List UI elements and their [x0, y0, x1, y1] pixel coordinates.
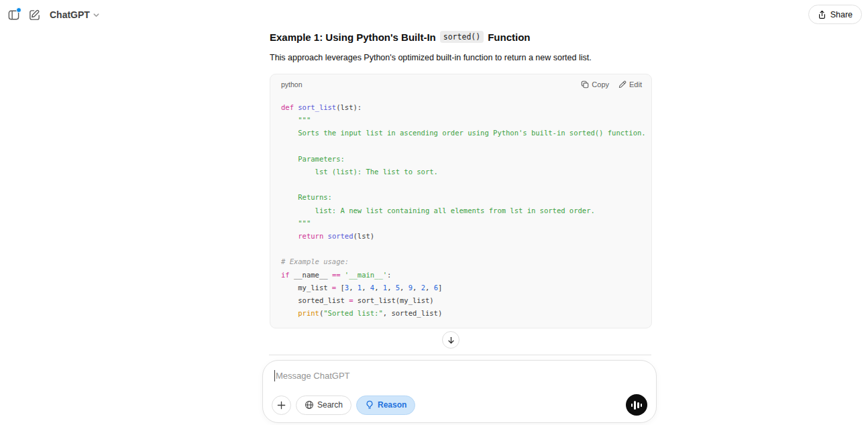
- code-line: [281, 140, 641, 153]
- globe-icon: [305, 400, 314, 410]
- copy-code-button[interactable]: Copy: [581, 80, 609, 88]
- chevron-down-icon: [93, 11, 100, 19]
- message-composer[interactable]: Message ChatGPT Search: [262, 360, 657, 423]
- inline-code-sorted: sorted(): [440, 31, 484, 43]
- top-bar: ChatGPT Share: [0, 0, 868, 29]
- code-line: my_list = [3, 1, 4, 1, 5, 9, 2, 6]: [281, 282, 641, 294]
- chatgpt-app: ChatGPT Share Example 1: Using Python's …: [0, 0, 868, 425]
- sidebar-toggle-button[interactable]: [3, 5, 23, 25]
- search-toggle-button[interactable]: Search: [296, 396, 351, 415]
- share-upload-icon: [818, 10, 826, 19]
- description-paragraph: This approach leverages Python's optimiz…: [270, 53, 652, 62]
- attach-button[interactable]: [272, 396, 291, 415]
- edit-label: Edit: [629, 80, 642, 88]
- copy-icon: [581, 80, 589, 88]
- code-line: Sorts the input list in ascending order …: [281, 127, 641, 139]
- example-heading: Example 1: Using Python's Built-In sorte…: [270, 31, 652, 43]
- code-line: """: [281, 114, 641, 127]
- code-line: [281, 243, 641, 255]
- notification-dot: [16, 7, 21, 13]
- assistant-message: Example 1: Using Python's Built-In sorte…: [270, 31, 652, 62]
- code-line: [281, 178, 641, 191]
- waveform-icon: [631, 404, 633, 407]
- code-line: Parameters:: [281, 153, 641, 166]
- code-line: Returns:: [281, 191, 641, 204]
- edit-code-button[interactable]: Edit: [618, 80, 642, 88]
- text-caret: [274, 370, 275, 381]
- heading-text-post: Function: [488, 32, 530, 43]
- copy-label: Copy: [592, 80, 609, 88]
- code-line: # Example usage:: [281, 255, 641, 268]
- composer-input[interactable]: Message ChatGPT: [274, 369, 645, 382]
- lightbulb-icon: [365, 400, 374, 410]
- voice-mode-button[interactable]: [626, 394, 647, 416]
- composer-toolbar: Search Reason: [272, 395, 647, 415]
- code-language-label: python: [281, 80, 303, 88]
- code-line: lst (list): The list to sort.: [281, 166, 641, 178]
- share-label: Share: [830, 10, 853, 19]
- new-chat-button[interactable]: [24, 5, 44, 25]
- search-label: Search: [317, 400, 343, 410]
- code-line: list: A new list containing all elements…: [281, 204, 641, 217]
- composer-placeholder: Message ChatGPT: [276, 371, 350, 381]
- arrow-down-icon: [447, 336, 455, 345]
- code-content: def sort_list(lst): """ Sorts the input …: [270, 95, 651, 320]
- waveform-icon: [637, 402, 639, 408]
- code-block: python Copy: [270, 74, 652, 328]
- reason-label: Reason: [378, 400, 406, 410]
- heading-text-pre: Example 1: Using Python's Built-In: [270, 32, 436, 43]
- scroll-to-bottom-button[interactable]: [442, 331, 459, 349]
- plus-icon: [276, 400, 286, 410]
- code-line: def sort_list(lst):: [281, 101, 641, 114]
- code-line: print("Sorted list:", sorted_list): [281, 307, 641, 320]
- waveform-icon: [641, 404, 643, 407]
- reason-toggle-button[interactable]: Reason: [356, 396, 415, 415]
- share-button[interactable]: Share: [808, 5, 862, 24]
- model-selector[interactable]: ChatGPT: [46, 5, 104, 24]
- content-divider: [269, 355, 651, 355]
- code-line: return sorted(lst): [281, 230, 641, 243]
- edit-pencil-icon: [618, 80, 627, 88]
- code-block-header: python Copy: [270, 74, 651, 95]
- code-actions: Copy Edit: [581, 80, 642, 88]
- compose-pencil-icon: [28, 9, 41, 21]
- waveform-icon: [634, 401, 636, 410]
- code-line: """: [281, 217, 641, 230]
- code-line: sorted_list = sort_list(my_list): [281, 294, 641, 307]
- code-line: if __name__ == '__main__':: [281, 269, 641, 282]
- app-title: ChatGPT: [50, 9, 90, 20]
